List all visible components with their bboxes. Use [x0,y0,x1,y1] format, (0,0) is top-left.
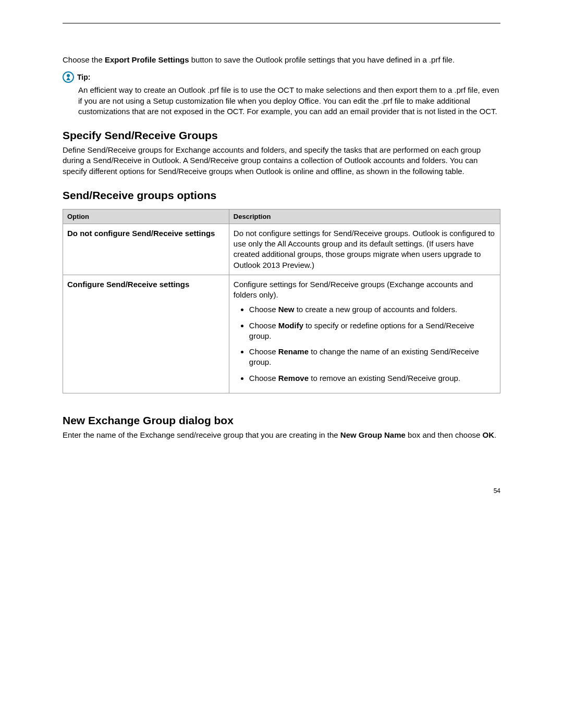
text: Choose [249,347,278,356]
text: Enter the name of the Exchange send/rece… [63,430,340,439]
table-row: Do not configure Send/Receive settings D… [63,224,500,275]
document-page: Choose the Export Profile Settings butto… [0,0,563,521]
list-item: Choose Modify to specify or redefine opt… [249,320,496,342]
tip-icon [63,71,74,83]
intro-paragraph: Choose the Export Profile Settings butto… [63,55,500,65]
header-description: Description [229,209,500,224]
section3-paragraph: Enter the name of the Exchange send/rece… [63,430,500,440]
tip-label: Tip: [77,73,90,81]
heading-specify-send-receive-groups: Specify Send/Receive Groups [63,129,500,142]
text: to remove an existing Send/Receive group… [309,374,460,382]
text: Choose [249,374,278,382]
heading-send-receive-groups-options: Send/Receive groups options [63,189,500,202]
remove-bold: Remove [278,374,309,382]
description-cell: Do not configure settings for Send/Recei… [229,224,500,275]
tip-header: Tip: [63,71,500,83]
header-option: Option [63,209,229,224]
text: . [494,430,496,439]
table-row: Configure Send/Receive settings Configur… [63,275,500,393]
new-group-name-bold: New Group Name [340,430,406,439]
text: button to save the Outlook profile setti… [189,55,455,64]
text: Choose the [63,55,105,64]
list-item: Choose Remove to remove an existing Send… [249,373,496,384]
ok-bold: OK [483,430,495,439]
modify-bold: Modify [278,321,303,330]
list-item: Choose Rename to change the name of an e… [249,347,496,368]
lead-text: Configure settings for Send/Receive grou… [234,279,496,301]
text: box and then choose [406,430,483,439]
heading-new-exchange-group-dialog: New Exchange Group dialog box [63,414,500,427]
new-bold: New [278,305,295,314]
tip-body: An efficient way to create an Outlook .p… [78,85,500,117]
description-cell: Configure settings for Send/Receive grou… [229,275,500,393]
section1-body: Define Send/Receive groups for Exchange … [63,145,500,177]
tip-block: Tip: An efficient way to create an Outlo… [63,71,500,117]
bullet-list: Choose New to create a new group of acco… [234,304,496,384]
list-item: Choose New to create a new group of acco… [249,304,496,315]
top-divider [63,23,500,23]
text: Choose [249,321,278,330]
text: Choose [249,305,278,314]
option-cell: Configure Send/Receive settings [63,275,229,393]
text: to create a new group of accounts and fo… [295,305,458,314]
options-table: Option Description Do not configure Send… [63,209,500,393]
page-number: 54 [63,487,500,495]
rename-bold: Rename [278,347,309,356]
option-cell: Do not configure Send/Receive settings [63,224,229,275]
export-profile-settings-bold: Export Profile Settings [105,55,189,64]
table-header-row: Option Description [63,209,500,224]
